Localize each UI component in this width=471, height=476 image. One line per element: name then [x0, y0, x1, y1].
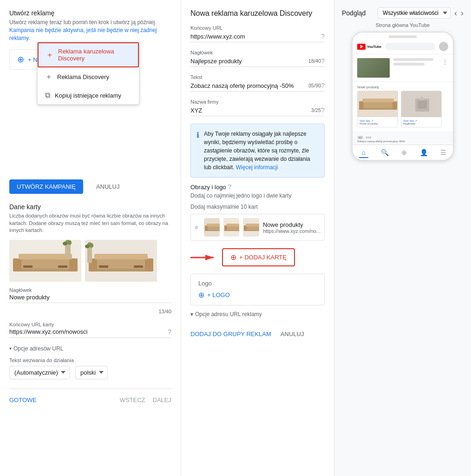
max-cards-text: Dodaj maksymalnie 10 kart — [190, 204, 325, 210]
bottom-navigation: GOTOWE WSTECZ DALEJ — [9, 389, 171, 403]
nav-library[interactable]: ☰ — [440, 149, 446, 158]
preview-properties-select[interactable]: Wszystkie właściwości — [378, 7, 451, 19]
images-logo-section: Obrazy i logo ? Dodaj co najmniej jedno … — [190, 183, 325, 305]
headline-field: Nagłówek Nowe produkty 13/40 — [9, 287, 171, 314]
page-title: Utwórz reklamę — [9, 9, 171, 17]
nav-add[interactable]: ⊕ — [401, 149, 407, 158]
company-count: 3/25 — [311, 107, 321, 113]
chevron-url-icon: ▾ — [190, 311, 193, 317]
cta-auto-select[interactable]: (Automatycznie) — [9, 366, 70, 379]
nav-home[interactable]: ⌂ — [359, 149, 368, 158]
ad-badge: AD — [357, 136, 363, 139]
dropdown-item-copy[interactable]: ⧉ Kopiuj istniejące reklamy — [38, 86, 139, 104]
preview-label: Strona główna YouTube — [342, 22, 464, 28]
headline-value-wrap: Nowe produkty — [9, 294, 171, 303]
middle-headline-field: Nagłówek 18/40 ? — [190, 50, 325, 67]
ad-info-content: AD XYZ Zobacz naszą ofertę promocyjną -5… — [357, 133, 448, 143]
svg-rect-7 — [58, 265, 67, 268]
headline-count: 18/40 — [308, 58, 321, 64]
nav-subscriptions[interactable]: 👤 — [420, 149, 428, 158]
headline-help-icon[interactable]: ? — [321, 57, 325, 65]
external-link-icon: ↗ — [371, 119, 373, 122]
dropdown-item-discovery[interactable]: ＋ Reklama Discovery — [38, 67, 139, 86]
card-images — [9, 240, 171, 282]
cancel-button[interactable]: ANULUJ — [89, 179, 127, 194]
company-input[interactable] — [190, 107, 307, 114]
copy-icon: ⧉ — [45, 91, 50, 99]
text-help-icon[interactable]: ? — [321, 82, 325, 89]
add-logo-plus-icon: ⊕ — [198, 291, 204, 299]
ad-card-1: Visit Site ↗ Nowe produkty — [357, 91, 398, 127]
ad-form-title: Nowa reklama karuzelowa Discovery — [190, 9, 325, 18]
card-url-value-wrap: https://www.xyz.com/nowosci ? — [9, 328, 171, 338]
nav-buttons-right: WSTECZ DALEJ — [120, 397, 171, 403]
dropdown-item-carousel[interactable]: ＋ Reklama karuzelowa Discovery — [38, 42, 139, 67]
done-button[interactable]: GOTOWE — [9, 397, 37, 403]
svg-rect-17 — [94, 254, 148, 259]
svg-rect-35 — [226, 224, 239, 226]
middle-headline-label: Nagłówek — [190, 50, 325, 55]
ad-company: XYZ — [366, 136, 372, 139]
svg-rect-49 — [362, 99, 394, 102]
middle-headline-input[interactable] — [190, 58, 305, 65]
cta-section: Tekst wezwania do działania (Automatyczn… — [9, 357, 171, 379]
youtube-video-item: ⋮ — [353, 54, 453, 82]
home-icon: ⌂ — [361, 149, 365, 156]
preview-prev-button[interactable]: ‹ — [454, 8, 457, 18]
url-options-link[interactable]: ▾ Opcje adresów URL — [9, 345, 171, 352]
final-url-help-icon[interactable]: ? — [321, 33, 325, 40]
logo-section: Logo ⊕ + LOGO — [190, 274, 325, 305]
preview-header: Podgląd Wszystkie właściwości ‹ › — [342, 7, 464, 19]
section-description: Utwórz reklamę teraz lub pomiń ten krok … — [9, 19, 171, 42]
card-url: https://www.xyz.com/no... — [263, 228, 321, 234]
youtube-play-icon — [357, 44, 366, 50]
svg-rect-41 — [246, 224, 259, 226]
svg-rect-52 — [418, 100, 427, 109]
create-campaign-button[interactable]: UTWÓRZ KAMPANIĘ — [9, 179, 83, 194]
nav-explore[interactable]: 🔍 — [381, 149, 389, 158]
svg-rect-3 — [13, 258, 21, 271]
svg-rect-33 — [224, 225, 227, 231]
phone-bottom-nav: ⌂ 🔍 ⊕ 👤 ☰ — [353, 145, 453, 160]
text-wrap: 35/90 ? — [190, 82, 325, 92]
info-box: ℹ Aby Twoje reklamy osiągały jak najleps… — [190, 124, 325, 178]
middle-headline-wrap: 18/40 ? — [190, 57, 325, 67]
url-options-ad-link[interactable]: ▾ Opcje adresu URL reklamy — [190, 311, 325, 317]
preview-next-button[interactable]: › — [461, 8, 464, 18]
add-card-button[interactable]: ⊕ + DODAJ KARTĘ — [222, 248, 295, 266]
svg-rect-47 — [359, 101, 364, 110]
svg-point-11 — [68, 240, 72, 245]
card-image-1 — [9, 240, 81, 282]
info-link[interactable]: Więcej informacji — [236, 164, 278, 171]
headline-char-count: 13/40 — [9, 309, 171, 314]
video-options-icon[interactable]: ⋮ — [442, 58, 448, 78]
preview-title: Podgląd — [342, 9, 366, 17]
middle-panel: Nowa reklama karuzelowa Discovery Końcow… — [181, 0, 334, 476]
youtube-text: YouTube — [367, 45, 381, 49]
text-input[interactable] — [190, 82, 305, 89]
video-title-line — [393, 58, 433, 61]
middle-cancel-button[interactable]: ANULUJ — [281, 331, 304, 337]
drag-handle-icon[interactable]: ≡ — [195, 224, 198, 231]
url-help-icon[interactable]: ? — [168, 328, 171, 336]
bottom-buttons: UTWÓRZ KAMPANIĘ ANULUJ — [9, 172, 171, 194]
add-card-plus-icon: ⊕ — [230, 253, 236, 262]
sofa-scene-1 — [9, 240, 81, 282]
final-url-input[interactable] — [190, 33, 321, 40]
ad-promo-text: Zobacz naszą ofertę promocyjną -50% — [357, 140, 448, 143]
add-logo-button[interactable]: ⊕ + LOGO — [198, 291, 230, 299]
company-field: Nazwa firmy 3/25 ? — [190, 99, 325, 116]
ad-card-label-2: Nagłówek — [403, 122, 439, 125]
card-thumbnail-2 — [223, 218, 239, 237]
add-icon-2: ＋ — [45, 72, 52, 82]
images-help-icon[interactable]: ? — [228, 183, 232, 191]
description-link[interactable]: Kampania nie będzie aktywna, jeśli nie b… — [9, 27, 157, 41]
company-help-icon[interactable]: ? — [321, 106, 325, 114]
svg-rect-27 — [205, 225, 208, 231]
add-to-group-button[interactable]: DODAJ DO GRUPY REKLAM — [190, 331, 271, 337]
final-url-wrap: ? — [190, 33, 325, 42]
cta-language-select[interactable]: polski — [75, 366, 108, 379]
ad-type-dropdown: ＋ Reklama karuzelowa Discovery ＋ Reklama… — [37, 42, 139, 105]
back-button: WSTECZ — [120, 397, 145, 403]
ad-card-2: Visit Site ↗ Nagłówek — [401, 91, 442, 127]
